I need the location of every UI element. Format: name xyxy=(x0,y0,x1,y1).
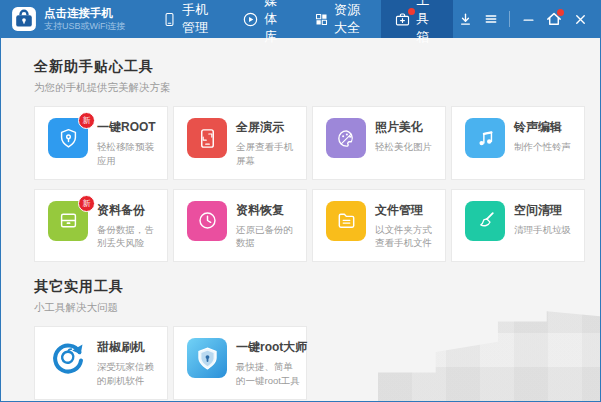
music-note-icon xyxy=(465,118,505,158)
section-subtitle: 为您的手机提供完美解决方案 xyxy=(34,81,584,95)
tool-card-资料恢复[interactable]: 资料恢复还原已备份的数据 xyxy=(173,189,307,263)
tool-card-照片美化[interactable]: 照片美化轻松美化图片 xyxy=(312,106,446,180)
tool-name: 空间清理 xyxy=(514,202,571,219)
tab-label: 资源大全 xyxy=(334,1,368,37)
phone-icon xyxy=(162,12,177,27)
backup-drawer-icon: 新 xyxy=(48,201,88,241)
tool-card-一键root大师[interactable]: 一键root大师最快捷、简单的一键root工具 xyxy=(173,326,307,400)
tool-desc: 以文件夹方式查看手机文件 xyxy=(375,223,439,251)
media-play-icon xyxy=(242,11,259,28)
tab-手机管理[interactable]: 手机管理 xyxy=(149,0,229,38)
tool-text: 全屏演示全屏查看手机屏幕 xyxy=(236,118,300,168)
connect-title: 点击连接手机 xyxy=(44,6,126,20)
tool-text: 资料备份备份数据，告别丢失风险 xyxy=(97,201,161,251)
connect-device-button[interactable]: 点击连接手机 支持USB或WiFi连接 xyxy=(1,0,149,38)
shield-key-icon: 新 xyxy=(48,118,88,158)
tool-desc: 深受玩家信赖的刷机软件 xyxy=(97,360,161,388)
minimize-button[interactable] xyxy=(516,7,540,31)
section-title: 其它实用工具 xyxy=(34,278,584,296)
tool-card-一键ROOT[interactable]: 新一键ROOT轻松移除预装应用 xyxy=(34,106,168,180)
root-master-shield-icon xyxy=(187,338,227,378)
tool-name: 照片美化 xyxy=(375,119,432,136)
section-subtitle: 小工具解决大问题 xyxy=(34,301,584,315)
menu-button[interactable] xyxy=(479,7,503,31)
tool-grid: 甜椒刷机深受玩家信赖的刷机软件一键root大师最快捷、简单的一键root工具 xyxy=(34,326,584,400)
tool-text: 甜椒刷机深受玩家信赖的刷机软件 xyxy=(97,338,161,388)
tool-card-甜椒刷机[interactable]: 甜椒刷机深受玩家信赖的刷机软件 xyxy=(34,326,168,400)
notification-dot xyxy=(557,9,564,16)
topbar: 点击连接手机 支持USB或WiFi连接 手机管理媒体库资源大全工具箱 xyxy=(1,0,600,38)
tool-name: 甜椒刷机 xyxy=(97,339,161,356)
toolbox-content: 全新助手贴心工具为您的手机提供完美解决方案新一键ROOT轻松移除预装应用全屏演示… xyxy=(1,38,600,401)
new-badge: 新 xyxy=(78,112,95,129)
clean-brush-icon xyxy=(465,201,505,241)
tool-text: 照片美化轻松美化图片 xyxy=(375,118,432,154)
tool-card-资料备份[interactable]: 新资料备份备份数据，告别丢失风险 xyxy=(34,189,168,263)
toolbox-icon xyxy=(394,11,411,28)
flash-ring-icon xyxy=(48,338,88,378)
section-title: 全新助手贴心工具 xyxy=(34,58,584,76)
window-controls xyxy=(453,0,600,38)
tool-card-文件管理[interactable]: 文件管理以文件夹方式查看手机文件 xyxy=(312,189,446,263)
tool-name: 铃声编辑 xyxy=(514,119,571,136)
tab-资源大全[interactable]: 资源大全 xyxy=(301,0,381,38)
tool-text: 资料恢复还原已备份的数据 xyxy=(236,201,300,251)
tool-text: 一键ROOT轻松移除预装应用 xyxy=(97,118,161,168)
tool-card-空间清理[interactable]: 空间清理清理手机垃圾 xyxy=(451,189,585,263)
app-window: 点击连接手机 支持USB或WiFi连接 手机管理媒体库资源大全工具箱 全新助手贴… xyxy=(0,0,601,402)
tab-工具箱[interactable]: 工具箱 xyxy=(381,0,453,38)
tool-grid: 新一键ROOT轻松移除预装应用全屏演示全屏查看手机屏幕照片美化轻松美化图片铃声编… xyxy=(34,106,584,262)
home-button[interactable] xyxy=(542,7,566,31)
screen-cast-icon xyxy=(187,118,227,158)
tool-desc: 制作个性铃声 xyxy=(514,140,571,154)
download-button[interactable] xyxy=(453,7,477,31)
tab-媒体库[interactable]: 媒体库 xyxy=(229,0,301,38)
tool-name: 一键ROOT xyxy=(97,119,161,136)
connect-subtitle: 支持USB或WiFi连接 xyxy=(44,21,126,32)
tool-desc: 还原已备份的数据 xyxy=(236,223,300,251)
folder-icon xyxy=(326,201,366,241)
tool-text: 铃声编辑制作个性铃声 xyxy=(514,118,571,154)
app-logo-icon xyxy=(11,6,37,32)
tool-name: 资料备份 xyxy=(97,202,161,219)
tool-desc: 轻松美化图片 xyxy=(375,140,432,154)
tool-text: 空间清理清理手机垃圾 xyxy=(514,201,571,237)
grid-icon xyxy=(314,12,329,27)
tool-card-铃声编辑[interactable]: 铃声编辑制作个性铃声 xyxy=(451,106,585,180)
tool-desc: 备份数据，告别丢失风险 xyxy=(97,223,161,251)
tool-name: 全屏演示 xyxy=(236,119,300,136)
close-button[interactable] xyxy=(568,7,592,31)
tool-desc: 全屏查看手机屏幕 xyxy=(236,140,300,168)
new-badge: 新 xyxy=(78,195,95,212)
tool-desc: 清理手机垃圾 xyxy=(514,223,571,237)
tool-name: 一键root大师 xyxy=(236,339,300,356)
tool-card-全屏演示[interactable]: 全屏演示全屏查看手机屏幕 xyxy=(173,106,307,180)
nav-tabs: 手机管理媒体库资源大全工具箱 xyxy=(149,0,453,38)
restore-clock-icon xyxy=(187,201,227,241)
tool-desc: 最快捷、简单的一键root工具 xyxy=(236,360,300,388)
tool-text: 文件管理以文件夹方式查看手机文件 xyxy=(375,201,439,251)
palette-icon xyxy=(326,118,366,158)
separator xyxy=(509,11,510,27)
notification-dot xyxy=(408,8,415,15)
tool-desc: 轻松移除预装应用 xyxy=(97,140,161,168)
tool-text: 一键root大师最快捷、简单的一键root工具 xyxy=(236,338,300,388)
tool-name: 文件管理 xyxy=(375,202,439,219)
tab-label: 手机管理 xyxy=(182,1,216,37)
tool-name: 资料恢复 xyxy=(236,202,300,219)
